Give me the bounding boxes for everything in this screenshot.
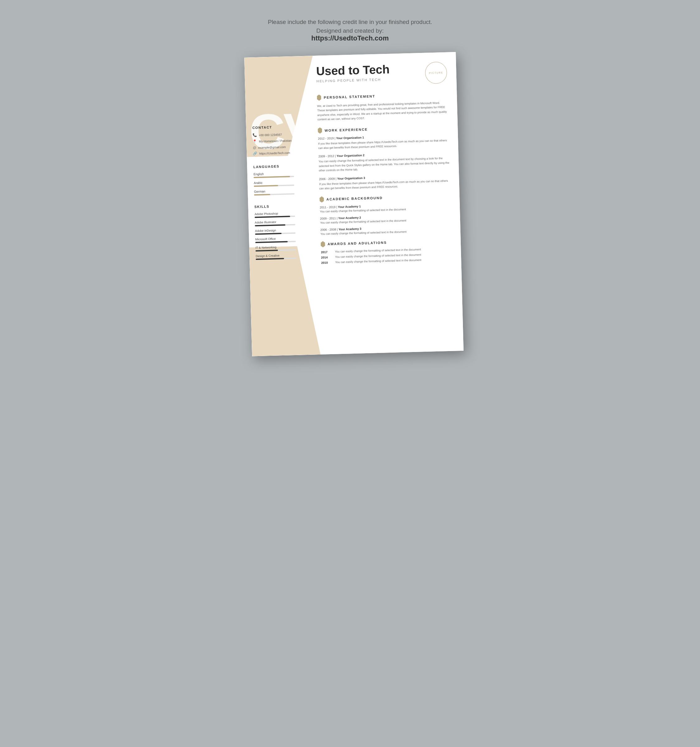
- skill-photoshop: Adobe Photoshop: [255, 211, 308, 218]
- award-text-3: You can easily change the formatting of …: [335, 259, 421, 264]
- language-name-german: German: [254, 189, 307, 193]
- resume-header: Used to Tech HELPING PEOPLE WITH TECH PI…: [316, 62, 447, 87]
- picture-label: PICTURE: [429, 71, 444, 74]
- languages-title: LANGUAGES: [253, 164, 306, 169]
- language-bar-fill-english: [253, 176, 290, 178]
- work-experience-header: WORK EXPERIENCE: [318, 124, 448, 133]
- experience-org-2: Your Organization 2: [336, 153, 365, 157]
- academy-3: Your Academy 3: [338, 227, 362, 231]
- credit-line1: Please include the following credit line…: [268, 19, 432, 26]
- skill-bar-bg-networking: [255, 249, 296, 251]
- academic-title: ACADEMIC BACKGROUND: [326, 196, 383, 201]
- skill-illustrator: Adobe Illustrator: [255, 219, 308, 226]
- resume-page: CV CONTACT 📞 +00 000 1234567 📍 My Hometo…: [244, 52, 463, 356]
- experience-org-1: Your Organization 1: [336, 135, 364, 139]
- sidebar: CONTACT 📞 +00 000 1234567 📍 My Hometown …: [244, 56, 317, 356]
- skill-design: Design & Creative: [256, 253, 309, 260]
- skill-bar-fill-illustrator: [255, 224, 285, 227]
- language-name-english: English: [253, 171, 306, 176]
- skill-name-msoffice: Microsoft Office: [255, 236, 308, 241]
- header-text: Used to Tech HELPING PEOPLE WITH TECH: [316, 63, 390, 83]
- awards-icon: [321, 241, 326, 248]
- skill-indesign: Adobe InDesign: [255, 228, 308, 235]
- skill-name-design: Design & Creative: [256, 253, 309, 258]
- skills-section: SKILLS Adobe Photoshop Adobe Illustrator…: [255, 204, 309, 260]
- skills-title: SKILLS: [255, 204, 308, 209]
- language-bar-fill-arabic: [254, 185, 278, 187]
- skill-bar-bg-msoffice: [255, 241, 296, 243]
- awards-title: AWARDS AND ADULATIONS: [327, 240, 387, 246]
- language-bar-fill-german: [254, 194, 270, 195]
- skill-msoffice: Microsoft Office: [255, 236, 308, 243]
- main-content: Used to Tech HELPING PEOPLE WITH TECH PI…: [309, 52, 463, 354]
- skill-name-photoshop: Adobe Photoshop: [255, 211, 308, 216]
- skill-networking: IT & Networking: [255, 245, 308, 251]
- contact-phone: 📞 +00 000 1234567: [252, 132, 305, 137]
- award-year-1: 2017: [321, 250, 330, 254]
- email-icon: @: [253, 146, 256, 150]
- skill-bar-fill-design: [256, 258, 284, 260]
- language-bar-bg-german: [254, 193, 295, 195]
- skill-bar-bg-illustrator: [255, 224, 295, 226]
- work-experience-title: WORK EXPERIENCE: [324, 127, 368, 132]
- credit-section: Please include the following credit line…: [268, 19, 432, 42]
- skill-bar-bg-indesign: [255, 233, 296, 235]
- picture-placeholder: PICTURE: [425, 62, 447, 84]
- academic-header: ACADEMIC BACKGROUND: [320, 193, 450, 203]
- experience-body-2: You can easily change the formatting of …: [318, 156, 450, 173]
- awards-header: AWARDS AND ADULATIONS: [321, 238, 451, 248]
- credit-website: https://UsedtoTech.com: [268, 34, 432, 42]
- languages-section: LANGUAGES English Arabic German: [253, 164, 307, 195]
- academic-entry-1: 2011 - 2019 | Your Academy 1 You can eas…: [320, 202, 451, 213]
- resume-wrapper: CV CONTACT 📞 +00 000 1234567 📍 My Hometo…: [244, 52, 463, 356]
- contact-section: CONTACT 📞 +00 000 1234567 📍 My Hometown …: [252, 124, 306, 156]
- award-text-2: You can easily change the formatting of …: [335, 253, 421, 259]
- website-value: https://UsedtoTech.com: [259, 151, 290, 155]
- resume-name: Used to Tech: [316, 63, 390, 78]
- language-bar-bg-english: [253, 176, 294, 178]
- experience-body-1: If you like these templates then please …: [318, 138, 449, 150]
- credit-line2: Designed and created by:: [268, 27, 432, 34]
- language-german: German: [254, 189, 307, 195]
- experience-body-3: If you like these templates then please …: [319, 178, 450, 191]
- contact-title: CONTACT: [252, 124, 305, 130]
- location-value: My Hometown / Pakistan: [259, 139, 291, 143]
- skill-bar-fill-msoffice: [255, 241, 288, 243]
- location-icon: 📍: [253, 139, 257, 144]
- personal-statement-title: PERSONAL STATEMENT: [324, 94, 375, 99]
- contact-website: 🔗 https://UsedtoTech.com: [253, 150, 306, 156]
- skill-bar-fill-photoshop: [255, 216, 290, 218]
- skill-name-networking: IT & Networking: [255, 245, 308, 249]
- language-bar-bg-arabic: [254, 184, 294, 187]
- academy-2: Your Academy 2: [338, 216, 361, 220]
- skill-bar-bg-design: [256, 258, 296, 260]
- personal-statement-header: PERSONAL STATEMENT: [317, 91, 447, 101]
- work-experience-icon: [318, 127, 322, 133]
- academic-icon: [320, 197, 324, 203]
- personal-statement-icon: [317, 94, 321, 101]
- experience-entry-2: 2009 - 2012 | Your Organization 2 You ca…: [318, 151, 449, 173]
- personal-statement-text: We, at Used to Tech are providing great,…: [317, 101, 448, 122]
- resume-title: HELPING PEOPLE WITH TECH: [317, 77, 390, 83]
- academy-1: Your Academy 1: [338, 205, 361, 209]
- award-year-2: 2014: [321, 256, 330, 259]
- phone-value: +00 000 1234567: [259, 133, 282, 137]
- contact-location: 📍 My Hometown / Pakistan: [253, 138, 306, 144]
- website-icon: 🔗: [253, 151, 257, 156]
- academic-entry-2: 2009 - 2011 | Your Academy 2 You can eas…: [320, 213, 451, 224]
- experience-entry-1: 2012 - 2019 | Your Organization 1 If you…: [318, 133, 449, 150]
- experience-entry-3: 2006 - 2009 | Your Organization 3 If you…: [319, 174, 450, 191]
- award-year-3: 2010: [321, 261, 330, 265]
- contact-email: @ example@gmail.com: [253, 144, 306, 150]
- skill-bar-fill-networking: [255, 250, 278, 251]
- language-english: English: [253, 171, 306, 178]
- skill-name-indesign: Adobe InDesign: [255, 228, 308, 233]
- email-value: example@gmail.com: [258, 145, 286, 149]
- skill-name-illustrator: Adobe Illustrator: [255, 219, 308, 224]
- language-name-arabic: Arabic: [254, 180, 307, 184]
- academic-entry-3: 2006 - 2008 | Your Academy 3 You can eas…: [320, 225, 451, 236]
- language-arabic: Arabic: [254, 180, 307, 187]
- skill-bar-bg-photoshop: [255, 216, 295, 218]
- experience-org-3: Your Organization 3: [337, 176, 365, 180]
- phone-icon: 📞: [252, 133, 256, 137]
